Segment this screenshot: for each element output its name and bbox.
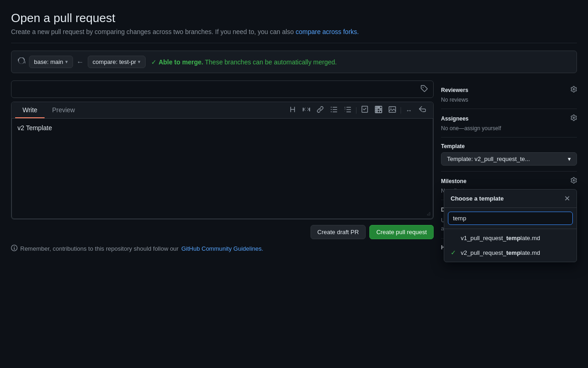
- info-icon: [11, 245, 17, 253]
- toolbar-image-icon[interactable]: [387, 105, 398, 115]
- reviewers-header: Reviewers: [441, 86, 577, 94]
- toolbar-undo-icon[interactable]: [417, 105, 428, 115]
- assignees-gear-icon[interactable]: [571, 115, 577, 122]
- template-item-v2-check-icon: ✓: [451, 249, 457, 256]
- footer-note: Remember, contributions to this reposito…: [11, 245, 434, 253]
- template-item-v2-name: v2_pull_request_template.md: [461, 249, 540, 256]
- page-subtitle: Create a new pull request by comparing c…: [11, 28, 577, 35]
- template-dropdown-label: Template: v2_pull_request_te...: [447, 155, 530, 162]
- reviewers-value: No reviews: [441, 97, 577, 103]
- tab-write[interactable]: Write: [15, 103, 45, 118]
- assignees-header: Assignees: [441, 115, 577, 122]
- milestone-header: Milestone: [441, 177, 577, 185]
- pr-title-field-wrapper: Example PR: [11, 80, 434, 98]
- assignees-value: No one—assign yourself: [441, 125, 577, 132]
- create-pr-button[interactable]: Create pull request: [369, 225, 434, 239]
- template-search-wrapper: [444, 208, 577, 229]
- create-draft-button[interactable]: Create draft PR: [311, 225, 366, 239]
- template-item-v1-name: v1_pull_request_template.md: [461, 235, 540, 242]
- editor-container: Write Preview: [11, 102, 434, 219]
- merge-check-icon: ✓: [151, 58, 158, 66]
- toolbar-icons: ↔: [285, 102, 430, 118]
- template-item-v1[interactable]: v1_pull_request_template.md: [444, 231, 577, 245]
- toolbar-divider-1: [356, 107, 356, 114]
- tabs-row: Write Preview: [11, 102, 433, 119]
- milestone-title: Milestone: [441, 178, 466, 184]
- compare-branch-select[interactable]: compare: test-pr ▾: [88, 56, 146, 68]
- toolbar-ordered-list-icon[interactable]: [342, 105, 353, 115]
- template-header: Template: [441, 143, 577, 150]
- sidebar-section-assignees: Assignees No one—assign yourself: [441, 109, 577, 138]
- template-picker-popup: Choose a template ✕ v1_pull_request_temp…: [444, 189, 577, 262]
- template-picker-close-button[interactable]: ✕: [564, 194, 570, 203]
- template-dropdown-button[interactable]: Template: v2_pull_request_te... ▾: [441, 152, 577, 166]
- page-title: Open a pull request: [11, 11, 577, 25]
- toolbar-mention-icon[interactable]: ↔: [404, 106, 414, 115]
- branch-bar: base: main ▾ ← compare: test-pr ▾ ✓ Able…: [11, 51, 577, 73]
- toolbar-heading-icon[interactable]: [287, 105, 298, 115]
- milestone-gear-icon[interactable]: [571, 177, 577, 185]
- tab-preview[interactable]: Preview: [45, 103, 82, 118]
- pr-description-textarea[interactable]: v2 Template: [17, 124, 427, 212]
- assignees-title: Assignees: [441, 115, 469, 122]
- template-list: v1_pull_request_template.md ✓ v2_pull_re…: [444, 229, 577, 262]
- sync-icon: [18, 58, 25, 66]
- sidebar-section-template: Template Template: v2_pull_request_te...…: [441, 138, 577, 172]
- toolbar-table-icon[interactable]: [373, 105, 384, 115]
- base-branch-chevron: ▾: [65, 59, 68, 65]
- template-dropdown-chevron: ▾: [568, 155, 571, 162]
- merge-status: ✓ Able to merge. These branches can be a…: [151, 58, 337, 66]
- pr-form: Example PR Write Preview: [11, 80, 434, 253]
- toolbar-code-icon[interactable]: [301, 105, 312, 115]
- template-picker-header: Choose a template ✕: [444, 190, 577, 208]
- resize-handle[interactable]: ⊿: [426, 210, 431, 217]
- template-title: Template: [441, 143, 465, 150]
- toolbar-task-list-icon[interactable]: [359, 105, 370, 115]
- reviewers-gear-icon[interactable]: [571, 86, 577, 94]
- tabs-left: Write Preview: [15, 103, 82, 118]
- action-row: Create draft PR Create pull request: [11, 225, 434, 239]
- compare-branch-chevron: ▾: [138, 59, 141, 65]
- reviewers-title: Reviewers: [441, 87, 468, 93]
- branch-arrow-icon: ←: [77, 58, 84, 66]
- template-search-input[interactable]: [448, 212, 573, 225]
- toolbar-divider-2: [401, 107, 401, 114]
- compare-forks-link[interactable]: compare across forks.: [295, 28, 359, 35]
- template-picker-title: Choose a template: [451, 195, 504, 202]
- base-branch-select[interactable]: base: main ▾: [29, 56, 73, 68]
- pr-title-input[interactable]: Example PR: [17, 86, 420, 93]
- top-divider: [11, 43, 577, 43]
- editor-body: v2 Template ⊿: [11, 119, 433, 219]
- toolbar-link-icon[interactable]: [315, 105, 326, 115]
- title-icon: [420, 85, 428, 94]
- sidebar-section-reviewers: Reviewers No reviews: [441, 80, 577, 109]
- community-guidelines-link[interactable]: GitHub Community Guidelines.: [181, 245, 263, 252]
- toolbar-list-icon[interactable]: [328, 105, 339, 115]
- template-item-v2[interactable]: ✓ v2_pull_request_template.md: [444, 245, 577, 260]
